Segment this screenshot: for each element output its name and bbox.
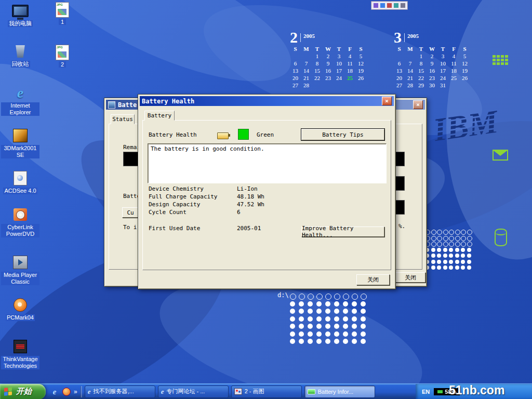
dot — [299, 331, 304, 337]
calendar-day: 28 — [301, 82, 312, 89]
battery-gauge — [123, 152, 138, 166]
calendar-year: 2005 — [303, 33, 315, 39]
calendar-year: 2005 — [407, 33, 419, 39]
title-bar[interactable]: Battery Health × — [140, 96, 394, 106]
desktop-shortcut-3[interactable]: Internet Explorer — [1, 85, 39, 116]
shortcut-label: 回收站 — [11, 61, 30, 68]
close-icon[interactable]: × — [382, 97, 392, 105]
calendar-day: 11 — [344, 60, 355, 67]
file-label: 2 — [59, 61, 66, 68]
dot — [316, 324, 322, 329]
settings-icon[interactable] — [401, 3, 405, 8]
grid-icon — [493, 55, 508, 65]
percent-label: %. — [398, 223, 405, 230]
improve-battery-health-button[interactable]: Improve Battery Health... — [301, 227, 384, 237]
field-value: 47.52 Wh — [237, 201, 264, 209]
language-indicator[interactable]: EN — [422, 389, 430, 395]
power-icon[interactable] — [387, 3, 392, 8]
desktop-shortcut-9[interactable]: ThinkVantage Technologies — [1, 339, 39, 369]
calendar-day: 20 — [394, 74, 405, 82]
desktop-file-1[interactable]: 1 — [50, 2, 75, 25]
calendar-day: 9 — [427, 60, 437, 67]
tab-battery[interactable]: Battery — [144, 111, 175, 121]
battery-health-label: Battery Health — [149, 131, 197, 138]
dot — [443, 236, 448, 241]
dot — [455, 230, 460, 235]
desktop-shortcut-8[interactable]: PCMark04 — [1, 297, 39, 321]
calendar-day: 8 — [312, 60, 323, 67]
desktop-shortcut-2[interactable]: 回收站 — [1, 44, 39, 68]
current-button[interactable]: Cu — [122, 207, 139, 218]
calendar-day: 9 — [323, 60, 334, 67]
task-button-2[interactable]: 专门网论坛 - ... — [158, 385, 229, 398]
calendar-day: 4 — [344, 52, 355, 60]
dot — [449, 248, 453, 252]
dot — [308, 316, 313, 322]
desktop-shortcut-1[interactable]: 我的电脑 — [1, 3, 39, 27]
dot — [437, 254, 441, 258]
dot — [461, 236, 466, 241]
calendar-day: 1 — [416, 52, 427, 60]
window-icon — [108, 101, 115, 109]
calendar-day — [301, 52, 312, 60]
calendar-day-header: S — [459, 45, 470, 52]
dot — [308, 324, 313, 329]
dot — [431, 236, 436, 241]
jpg-file-icon — [56, 45, 69, 60]
dot — [316, 309, 322, 314]
battery-detail-fields: Device ChemistryLi-IonFull Charge Capaci… — [149, 185, 264, 233]
dot — [443, 230, 448, 235]
volume-icon[interactable] — [380, 3, 385, 8]
calendar-day: 14 — [301, 67, 312, 74]
desktop-shortcut-4[interactable]: 3DMark2001 SE — [1, 128, 39, 158]
close-button[interactable]: 关闭 — [356, 274, 390, 285]
start-label: 开始 — [16, 387, 32, 396]
field-row: Full Charge Capacity48.18 Wh — [149, 193, 264, 201]
calendar-day: 17 — [437, 67, 448, 74]
battery-tips-button[interactable]: Battery Tips — [301, 129, 384, 140]
quick-launch-media-icon[interactable] — [61, 387, 72, 397]
close-button[interactable]: 关闭 — [395, 272, 425, 283]
file-label: 1 — [59, 19, 66, 25]
floating-toolbar — [371, 1, 408, 10]
field-label: First Used Date — [149, 225, 237, 233]
dot — [352, 294, 358, 300]
dot — [299, 316, 304, 322]
field-value: Li-Ion — [237, 185, 258, 193]
shortcut-label: ACDSee 4.0 — [3, 188, 37, 194]
calendar-day: 18 — [448, 67, 459, 74]
desktop-shortcut-6[interactable]: CyberLink PowerDVD — [1, 207, 39, 237]
task-button-3[interactable]: 2 - 画图 — [231, 385, 302, 398]
calendar-day: 24 — [437, 74, 448, 82]
dot — [431, 242, 436, 247]
dot — [352, 316, 357, 322]
desktop-shortcut-5[interactable]: ACDSee 4.0 — [1, 170, 39, 194]
desktop-shortcut-7[interactable]: Media Player Classic — [1, 255, 39, 285]
start-button[interactable]: 开始 — [0, 384, 46, 399]
calendar-day: 15 — [312, 67, 323, 74]
dot — [343, 316, 348, 322]
calendar-day — [323, 82, 334, 89]
dot — [467, 265, 471, 270]
calendar-day: 3 — [334, 52, 344, 60]
dot — [361, 301, 366, 307]
calendar-day-header: F — [344, 45, 355, 52]
dot — [467, 254, 471, 258]
acdsee-icon — [14, 171, 27, 185]
close-icon[interactable]: × — [413, 100, 423, 109]
field-row: First Used Date2005-01 — [149, 225, 264, 233]
quick-launch-ie-icon[interactable] — [49, 387, 60, 397]
field-value: 2005-01 — [237, 225, 261, 233]
desktop-file-2[interactable]: 2 — [50, 45, 75, 68]
chevron-icon[interactable]: » — [74, 388, 77, 395]
tab-status[interactable]: Status — [111, 114, 135, 124]
shortcut-label: Media Player Classic — [1, 272, 39, 285]
network-icon[interactable] — [394, 3, 398, 8]
task-button-1[interactable]: 找不到服务器,... — [85, 385, 155, 398]
display-icon[interactable] — [374, 3, 378, 8]
dot — [290, 294, 296, 300]
ie-icon — [88, 388, 91, 396]
dot — [290, 324, 295, 329]
task-button-4[interactable]: Battery Infor... — [304, 385, 375, 398]
dot — [352, 309, 357, 314]
